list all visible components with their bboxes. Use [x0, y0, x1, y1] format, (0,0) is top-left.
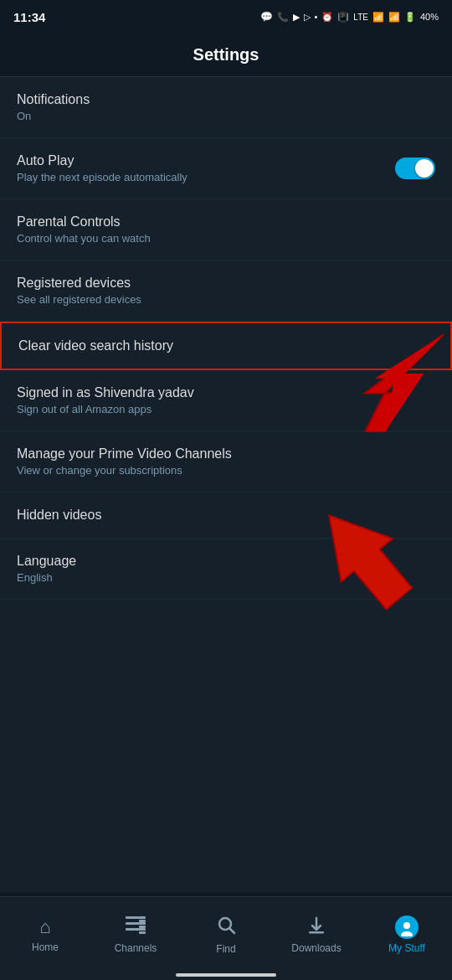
language-title: Language: [17, 554, 435, 569]
svg-rect-6: [139, 920, 146, 922]
status-icons: 💬 📞 ▶ ▷ • ⏰ 📳 LTE 📶 📶 🔋 40%: [260, 11, 439, 23]
status-time: 11:34: [13, 10, 45, 24]
home-label: Home: [32, 941, 59, 953]
battery-icon: 🔋: [404, 12, 416, 23]
play-icon: ▷: [304, 12, 311, 23]
autoplay-subtitle: Play the next episode automatically: [17, 171, 187, 183]
signal-icon: 📶: [388, 12, 400, 23]
parental-title: Parental Controls: [17, 214, 435, 230]
settings-item-signin[interactable]: Signed in as Shivendra yadav Sign out of…: [0, 370, 452, 431]
downloads-icon: [306, 916, 326, 939]
home-icon: ⌂: [39, 916, 50, 938]
channels-label: Channels: [115, 942, 157, 954]
downloads-label: Downloads: [291, 942, 341, 954]
settings-item-hidden[interactable]: Hidden videos: [0, 493, 452, 539]
language-subtitle: English: [17, 571, 435, 584]
devices-subtitle: See all registered devices: [17, 293, 435, 306]
parental-subtitle: Control what you can watch: [17, 232, 435, 245]
my-stuff-label: My Stuff: [388, 942, 425, 954]
vibrate-icon: 📳: [337, 12, 349, 23]
settings-item-notifications[interactable]: Notifications On: [0, 77, 452, 138]
svg-rect-4: [126, 922, 146, 925]
settings-item-prime-channels[interactable]: Manage your Prime Video Channels View or…: [0, 431, 452, 493]
settings-item-language[interactable]: Language English: [0, 539, 452, 600]
hidden-title: Hidden videos: [17, 508, 435, 523]
nav-find[interactable]: Find: [181, 915, 271, 955]
settings-header: Settings: [0, 34, 452, 77]
signin-subtitle: Sign out of all Amazon apps: [17, 403, 435, 415]
svg-rect-8: [139, 931, 146, 934]
settings-item-autoplay[interactable]: Auto Play Play the next episode automati…: [0, 138, 452, 199]
settings-item-clear-history[interactable]: Clear video search history: [0, 322, 452, 370]
svg-point-13: [403, 922, 410, 929]
settings-content: Notifications On Auto Play Play the next…: [0, 77, 452, 892]
devices-title: Registered devices: [17, 276, 435, 291]
prime-channels-title: Manage your Prime Video Channels: [17, 446, 435, 462]
settings-item-parental[interactable]: Parental Controls Control what you can w…: [0, 199, 452, 260]
notifications-title: Notifications: [17, 92, 435, 107]
svg-rect-11: [309, 931, 324, 934]
find-label: Find: [216, 943, 235, 955]
call-icon: 📞: [277, 12, 289, 23]
nav-home[interactable]: ⌂ Home: [0, 916, 90, 953]
battery-percent: 40%: [420, 12, 439, 22]
whatsapp-icon: 💬: [260, 11, 273, 23]
signin-title: Signed in as Shivendra yadav: [17, 385, 435, 400]
my-stuff-avatar: [395, 916, 419, 939]
clear-history-title: Clear video search history: [18, 338, 434, 353]
nav-downloads[interactable]: Downloads: [271, 916, 362, 954]
media-icon: ▶: [293, 12, 300, 23]
svg-line-10: [230, 928, 235, 933]
svg-rect-5: [126, 928, 146, 931]
page-title: Settings: [193, 45, 259, 64]
autoplay-toggle[interactable]: [395, 157, 435, 179]
alarm-icon: ⏰: [321, 12, 333, 23]
status-bar: 11:34 💬 📞 ▶ ▷ • ⏰ 📳 LTE 📶 📶 🔋 40%: [0, 0, 452, 34]
channels-icon: [126, 916, 146, 939]
lte-icon: LTE: [353, 13, 368, 22]
nav-my-stuff[interactable]: My Stuff: [362, 916, 452, 954]
find-icon: [216, 915, 236, 940]
bottom-nav: ⌂ Home Channels Find: [0, 896, 452, 980]
settings-item-devices[interactable]: Registered devices See all registered de…: [0, 260, 452, 322]
prime-channels-subtitle: View or change your subscriptions: [17, 464, 435, 477]
home-indicator: [176, 973, 276, 977]
svg-rect-3: [126, 916, 146, 919]
dot-icon: •: [315, 12, 318, 22]
wifi-icon: 📶: [372, 12, 384, 23]
nav-channels[interactable]: Channels: [90, 916, 181, 954]
autoplay-title: Auto Play: [17, 153, 187, 168]
notifications-status: On: [17, 110, 435, 122]
svg-rect-7: [139, 926, 146, 928]
